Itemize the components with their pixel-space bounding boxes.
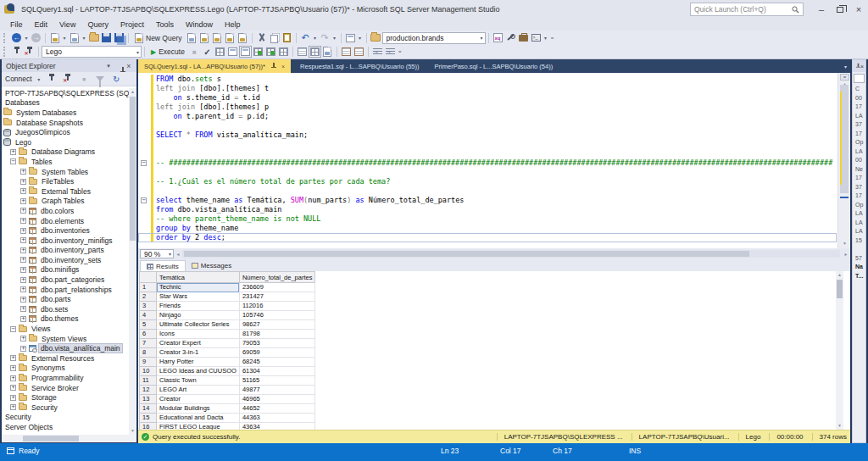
tree-item-dbo-vista-anal-tica-main[interactable]: +dbo.vista_analítica_main: [2, 343, 136, 353]
expand-icon[interactable]: +: [10, 395, 16, 401]
expand-icon[interactable]: +: [20, 257, 26, 263]
tree-item-external-resources[interactable]: +External Resources: [2, 353, 136, 364]
grid-cell-parts[interactable]: 61304: [239, 367, 315, 376]
expand-icon[interactable]: +: [20, 297, 26, 303]
grid-row-number[interactable]: 14: [140, 404, 157, 414]
grid-cell-parts[interactable]: 43634: [239, 423, 315, 430]
grid-cell-theme[interactable]: Ultimate Collector Series: [157, 320, 240, 330]
grid-row-number[interactable]: 1: [140, 283, 157, 292]
tree-item-database-diagrams[interactable]: +Database Diagrams: [2, 147, 136, 158]
grid-cell-parts[interactable]: 112016: [239, 302, 315, 311]
expand-icon[interactable]: +: [20, 208, 26, 214]
grid-corner-cell[interactable]: [140, 272, 157, 283]
grid-cell-parts[interactable]: 46965: [239, 395, 315, 404]
mdx-query-icon[interactable]: [198, 32, 211, 44]
expand-icon[interactable]: +: [20, 218, 26, 224]
tree-item-security[interactable]: +Security: [2, 403, 136, 413]
tab-results[interactable]: Results: [140, 260, 186, 271]
grid-cell-theme[interactable]: Classic Town: [157, 376, 240, 386]
expand-icon[interactable]: +: [10, 404, 16, 410]
properties-combobox[interactable]: [854, 74, 865, 83]
activity-folder-icon[interactable]: [370, 32, 382, 44]
menu-window[interactable]: Window: [180, 19, 219, 31]
document-tab-2[interactable]: Respuesta1.sql - L...SAPBQ\Usuario (55)): [294, 59, 425, 73]
live-stats-icon[interactable]: [264, 46, 277, 58]
tree-item-dbo-inventory-sets[interactable]: +dbo.inventory_sets: [2, 255, 136, 265]
expand-icon[interactable]: +: [20, 346, 26, 352]
client-stats-icon[interactable]: [277, 46, 290, 58]
new-file-caret-icon[interactable]: ▾: [61, 35, 68, 41]
database-engine-query-icon[interactable]: [186, 32, 198, 44]
outline-collapse-icon[interactable]: −: [141, 197, 147, 203]
comment-icon[interactable]: [340, 46, 353, 58]
grid-row-number[interactable]: 8: [140, 348, 157, 358]
toolbar-grip[interactable]: [3, 33, 8, 43]
tree-item-synonyms[interactable]: +Synonyms: [2, 364, 136, 374]
parse-icon[interactable]: ✓: [201, 46, 214, 58]
expand-icon[interactable]: +: [10, 385, 16, 391]
undo-icon[interactable]: ↶: [299, 32, 312, 44]
document-tab-1[interactable]: SQLQuery1.sql - LA...APBQ\Usuario (57))*…: [138, 59, 291, 73]
object-explorer-horizontal-scrollbar[interactable]: [2, 435, 136, 442]
dmx-query-icon[interactable]: [211, 32, 224, 44]
tree-item-ptop-7tjsapbq-sqlexpress-sql-sen[interactable]: PTOP-7TJSAPBQ\SQLEXPRESS (SQL Sen: [2, 88, 136, 98]
grid-cell-parts[interactable]: 98627: [239, 320, 315, 330]
new-file-icon[interactable]: [48, 32, 61, 44]
tree-item-dbo-colors[interactable]: +dbo.colors: [2, 206, 136, 216]
grid-row-number[interactable]: 7: [140, 339, 157, 348]
add-item-icon[interactable]: [68, 32, 81, 44]
grid-cell-theme[interactable]: Friends: [157, 302, 240, 311]
tree-item-security[interactable]: Security: [2, 413, 136, 423]
document-tab-3[interactable]: PrimerPaso.sql - L...SAPBQ\Usuario (54)): [429, 59, 559, 73]
tree-item-filetables[interactable]: +FileTables: [2, 176, 136, 186]
editor-vertical-scrollbar[interactable]: = ▲ ▼: [837, 73, 850, 248]
new-query-button[interactable]: New Query: [131, 33, 186, 43]
tab-messages[interactable]: Messages: [186, 260, 237, 271]
save-all-icon[interactable]: [113, 32, 125, 44]
grid-cell-parts[interactable]: 79053: [239, 339, 315, 348]
menu-file[interactable]: File: [4, 19, 29, 31]
tree-item-graph-tables[interactable]: +Graph Tables: [2, 197, 136, 207]
scroll-left-icon[interactable]: ◄: [174, 252, 182, 257]
grid-cell-parts[interactable]: 105746: [239, 311, 315, 320]
grid-cell-parts[interactable]: 44363: [239, 414, 315, 423]
tree-item-storage[interactable]: +Storage: [2, 392, 136, 403]
expand-icon[interactable]: +: [20, 169, 26, 175]
close-icon[interactable]: ×: [860, 64, 864, 69]
pin-icon[interactable]: [854, 63, 858, 69]
object-explorer-tree[interactable]: PTOP-7TJSAPBQ\SQLEXPRESS (SQL SenDatabas…: [2, 86, 136, 435]
query-options-icon[interactable]: [226, 46, 239, 58]
tree-item-lego[interactable]: Lego: [2, 137, 136, 147]
add-item-caret-icon[interactable]: ▾: [81, 35, 87, 41]
grid-cell-theme[interactable]: Creator 3-in-1: [157, 348, 240, 358]
close-button[interactable]: ×: [849, 0, 868, 19]
tree-item-dbo-part-relationships[interactable]: +dbo.part_relationships: [2, 285, 136, 295]
scroll-right-icon[interactable]: ►: [842, 252, 850, 257]
grid-row-number[interactable]: 11: [140, 376, 157, 386]
navigate-back-caret-icon[interactable]: ▾: [23, 35, 30, 41]
grid-cell-parts[interactable]: 69059: [239, 348, 315, 358]
connect-plug-icon[interactable]: [46, 73, 58, 85]
expand-icon[interactable]: +: [20, 198, 26, 204]
expand-icon[interactable]: +: [20, 228, 26, 234]
collapse-icon[interactable]: −: [10, 326, 16, 332]
object-explorer-vertical-scrollbar[interactable]: ▲ ▼: [129, 88, 136, 435]
copy-icon[interactable]: [268, 32, 281, 44]
outline-collapse-icon[interactable]: −: [141, 160, 147, 166]
grid-row-number[interactable]: 6: [140, 330, 157, 339]
minimize-button[interactable]: –: [812, 0, 831, 19]
grid-cell-theme[interactable]: Educational and Dacta: [157, 414, 240, 423]
navigate-forward-icon[interactable]: →: [30, 32, 42, 44]
grid-column-header[interactable]: Número_total_de_partes: [239, 272, 315, 283]
expand-icon[interactable]: +: [10, 149, 16, 155]
tree-item-system-tables[interactable]: +System Tables: [2, 167, 136, 177]
expand-icon[interactable]: +: [20, 336, 26, 342]
expand-icon[interactable]: +: [20, 237, 26, 243]
expand-icon[interactable]: +: [10, 375, 16, 381]
grid-row-number[interactable]: 13: [140, 395, 157, 404]
decrease-indent-icon[interactable]: [371, 46, 384, 58]
tree-item-dbo-part-categories[interactable]: +dbo.part_categories: [2, 275, 136, 285]
grid-cell-theme[interactable]: LEGO Art: [157, 386, 240, 395]
tree-item-dbo-parts[interactable]: +dbo.parts: [2, 294, 136, 304]
command-window-caret-icon[interactable]: ▾: [542, 35, 549, 41]
